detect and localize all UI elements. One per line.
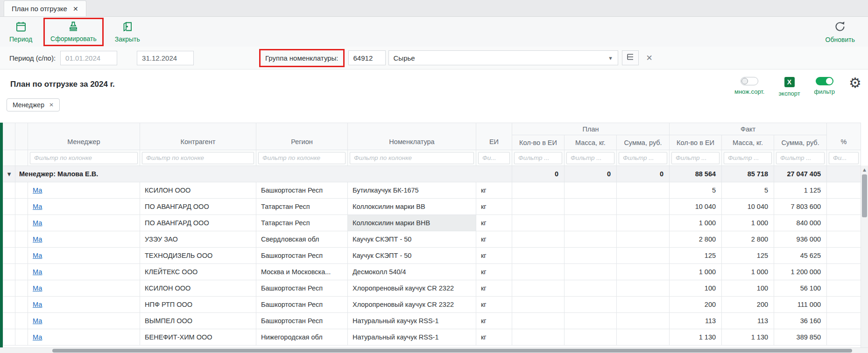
fact-qty-cell[interactable]: 5 [670, 182, 722, 199]
plan-mass-cell[interactable] [565, 264, 617, 280]
plan-sum-cell[interactable] [617, 329, 670, 346]
plan-qty-cell[interactable] [512, 231, 565, 248]
fact-mass-cell[interactable]: 200 [722, 297, 774, 313]
plan-qty-cell[interactable] [512, 182, 565, 199]
chevron-down-icon[interactable]: ▾ [604, 55, 618, 62]
column-header-region[interactable]: Регион [256, 123, 348, 150]
counterparty-cell[interactable]: УЗЭУ ЗАО [140, 231, 256, 248]
fact-mass-cell[interactable]: 1 000 [722, 264, 774, 280]
fact-sum-cell[interactable]: 1 125 [774, 182, 827, 199]
counterparty-cell[interactable]: ПО АВАНГАРД ООО [140, 199, 256, 215]
filter-input-fact-sum[interactable] [776, 152, 825, 164]
unit-cell[interactable]: кг [476, 199, 512, 215]
vertical-scrollbar[interactable]: ▲ [861, 166, 868, 347]
collapse-group-icon[interactable]: ▼ [3, 172, 15, 177]
plan-sum-cell[interactable] [617, 231, 670, 248]
column-header-counterparty[interactable]: Контрагент [140, 123, 256, 150]
counterparty-cell[interactable]: ТЕХНОДИЗЕЛЬ ООО [140, 248, 256, 264]
nomenclature-group-select[interactable]: Сырье ▾ [388, 50, 618, 65]
manager-cell[interactable]: Ма [28, 182, 140, 199]
fact-sum-cell[interactable]: 111 000 [774, 297, 827, 313]
percent-cell[interactable] [827, 248, 861, 264]
plan-mass-cell[interactable] [565, 182, 617, 199]
unit-cell[interactable]: кг [476, 297, 512, 313]
nomenclature-cell[interactable]: Хлоропреновый каучук CR 2322 [348, 280, 476, 297]
nomenclature-group-code-input[interactable]: 64912 [348, 50, 386, 65]
nomenclature-cell[interactable]: Десмоколл 540/4 [348, 264, 476, 280]
column-header-plan-qty[interactable]: Кол-во в ЕИ [512, 135, 565, 150]
plan-sum-cell[interactable] [617, 199, 670, 215]
region-cell[interactable]: Башкортостан Респ [256, 297, 348, 313]
counterparty-cell[interactable]: КЛЕЙТЕКС ООО [140, 264, 256, 280]
plan-mass-cell[interactable] [565, 297, 617, 313]
manager-link[interactable]: Ма [33, 284, 42, 292]
generate-button[interactable]: Сформировать [50, 21, 97, 42]
manager-link[interactable]: Ма [33, 235, 42, 243]
plan-qty-cell[interactable] [512, 264, 565, 280]
horizontal-scroll-thumb[interactable] [52, 349, 852, 353]
horizontal-scrollbar[interactable] [0, 347, 868, 353]
manager-cell[interactable]: Ма [28, 215, 140, 231]
nomenclature-cell[interactable]: Бутилкаучук БК-1675 [348, 182, 476, 199]
counterparty-cell[interactable]: НПФ РТП ООО [140, 297, 256, 313]
fact-mass-cell[interactable]: 5 [722, 182, 774, 199]
manager-link[interactable]: Ма [33, 317, 42, 325]
plan-mass-cell[interactable] [565, 329, 617, 346]
refresh-button[interactable]: Обновить [826, 21, 855, 43]
fact-sum-cell[interactable]: 840 000 [774, 215, 827, 231]
fact-qty-cell[interactable]: 113 [670, 313, 722, 329]
manager-cell[interactable]: Ма [28, 329, 140, 346]
plan-qty-cell[interactable] [512, 329, 565, 346]
unit-cell[interactable]: кг [476, 313, 512, 329]
column-header-unit[interactable]: ЕИ [476, 123, 512, 150]
manager-cell[interactable]: Ма [28, 313, 140, 329]
counterparty-cell[interactable]: ВЫМПЕЛ ООО [140, 313, 256, 329]
manager-link[interactable]: Ма [33, 252, 42, 259]
nomenclature-cell[interactable]: Натуральный каучук RSS-1 [348, 313, 476, 329]
plan-sum-cell[interactable] [617, 248, 670, 264]
hierarchy-button[interactable] [622, 50, 639, 65]
fact-qty-cell[interactable]: 10 040 [670, 199, 722, 215]
plan-qty-cell[interactable] [512, 199, 565, 215]
filter-input-counterparty[interactable] [142, 152, 254, 164]
plan-sum-cell[interactable] [617, 297, 670, 313]
group-chip-close-icon[interactable]: ✕ [49, 102, 54, 108]
percent-cell[interactable] [827, 199, 861, 215]
filter-input-plan-sum[interactable] [619, 152, 667, 164]
date-from-input[interactable]: 01.01.2024 [60, 51, 117, 65]
region-cell[interactable]: Башкортостан Респ [256, 313, 348, 329]
filter-input-unit[interactable] [478, 152, 510, 164]
manager-cell[interactable]: Ма [28, 264, 140, 280]
region-cell[interactable]: Москва и Московска... [256, 264, 348, 280]
column-header-fact-mass[interactable]: Масса, кг. [722, 135, 774, 150]
nomenclature-cell[interactable]: Каучук СКЭПТ - 50 [348, 248, 476, 264]
fact-mass-cell[interactable]: 125 [722, 248, 774, 264]
column-header-plan-mass[interactable]: Масса, кг. [565, 135, 617, 150]
group-chip-manager[interactable]: Менеджер ✕ [7, 98, 60, 111]
fact-sum-cell[interactable]: 36 160 [774, 313, 827, 329]
fact-qty-cell[interactable]: 200 [670, 297, 722, 313]
column-header-fact-qty[interactable]: Кол-во в ЕИ [670, 135, 722, 150]
fact-qty-cell[interactable]: 1 000 [670, 215, 722, 231]
unit-cell[interactable]: кг [476, 329, 512, 346]
manager-cell[interactable]: Ма [28, 297, 140, 313]
unit-cell[interactable]: кг [476, 248, 512, 264]
period-button[interactable]: Период [9, 21, 32, 43]
nomenclature-cell[interactable]: Каучук СКЭПТ - 50 [348, 231, 476, 248]
plan-mass-cell[interactable] [565, 215, 617, 231]
fact-sum-cell[interactable]: 389 850 [774, 329, 827, 346]
counterparty-cell[interactable]: КСИЛОН ООО [140, 280, 256, 297]
nomenclature-cell[interactable]: Хлоропреновый каучук CR 2322 [348, 297, 476, 313]
filter-input-plan-qty[interactable] [514, 152, 562, 164]
unit-cell[interactable]: кг [476, 264, 512, 280]
manager-link[interactable]: Ма [33, 333, 42, 341]
plan-sum-cell[interactable] [617, 264, 670, 280]
unit-cell[interactable]: кг [476, 215, 512, 231]
plan-qty-cell[interactable] [512, 215, 565, 231]
filter-input-fact-qty[interactable] [671, 152, 720, 164]
column-header-percent[interactable]: % [827, 123, 861, 150]
filter-input-plan-mass[interactable] [566, 152, 614, 164]
region-cell[interactable]: Башкортостан Респ [256, 280, 348, 297]
plan-qty-cell[interactable] [512, 297, 565, 313]
region-cell[interactable]: Свердловская обл [256, 231, 348, 248]
